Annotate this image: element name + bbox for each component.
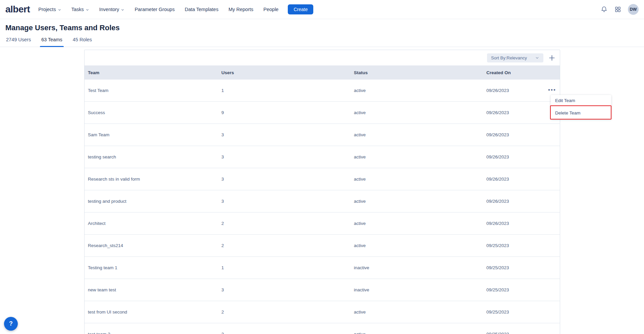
column-header-status[interactable]: Status bbox=[351, 70, 483, 75]
chevron-down-icon bbox=[58, 8, 61, 12]
table-header-row: Team Users Status Created On bbox=[85, 65, 560, 80]
cell-users: 1 bbox=[218, 88, 351, 93]
cell-users: 3 bbox=[218, 132, 351, 137]
table-row[interactable]: Architect 2 active 09/26/2023 bbox=[85, 212, 560, 235]
cell-users: 2 bbox=[218, 309, 351, 315]
row-actions-kebab-icon[interactable]: ••• bbox=[548, 87, 556, 93]
user-avatar[interactable]: DW bbox=[628, 4, 639, 15]
albert-logo[interactable]: albert bbox=[5, 5, 30, 14]
column-header-created-on[interactable]: Created On bbox=[483, 70, 560, 75]
cell-team[interactable]: Success bbox=[85, 110, 218, 115]
cell-team[interactable]: Testing team 1 bbox=[85, 265, 218, 270]
nav-item-parameter-groups[interactable]: Parameter Groups bbox=[135, 7, 174, 12]
table-row[interactable]: Sam Team 3 active 09/26/2023 bbox=[85, 124, 560, 146]
column-header-label: Users bbox=[221, 70, 234, 75]
sort-by-label: Sort By:Relevancy bbox=[491, 55, 527, 60]
nav-item-inventory[interactable]: Inventory bbox=[99, 7, 125, 12]
table-row[interactable]: Research_sts214 2 active 09/25/2023 bbox=[85, 235, 560, 257]
menu-item-delete-team[interactable]: Delete Team bbox=[551, 106, 611, 120]
create-button[interactable]: Create bbox=[288, 4, 313, 14]
nav-item-label: Inventory bbox=[99, 7, 119, 12]
cell-team[interactable]: Sam Team bbox=[85, 132, 218, 137]
table-row[interactable]: Testing team 1 1 inactive 09/25/2023 bbox=[85, 257, 560, 279]
cell-created-on: 09/26/2023 bbox=[483, 177, 560, 182]
column-header-label: Created On bbox=[486, 70, 511, 75]
table-row[interactable]: test team 2 3 active 09/25/2023 bbox=[85, 323, 560, 334]
tab-2749-users[interactable]: 2749 Users bbox=[5, 36, 32, 47]
table-row[interactable]: testing and product 3 active 09/26/2023 bbox=[85, 190, 560, 212]
cell-status: active bbox=[351, 199, 483, 204]
nav-item-label: People bbox=[263, 7, 278, 12]
tab-label: 45 Roles bbox=[73, 37, 92, 42]
cell-created-on: 09/25/2023 bbox=[483, 243, 560, 248]
cell-team[interactable]: test team 2 bbox=[85, 332, 218, 334]
cell-team[interactable]: new team test bbox=[85, 287, 218, 292]
column-header-team[interactable]: Team bbox=[85, 70, 218, 75]
cell-status: active bbox=[351, 177, 483, 182]
chevron-down-icon bbox=[535, 56, 539, 60]
tab-63-teams[interactable]: 63 Teams bbox=[41, 36, 63, 47]
table-row[interactable]: test from UI second 2 active 09/25/2023 bbox=[85, 301, 560, 323]
tab-label: 2749 Users bbox=[6, 37, 31, 42]
cell-created-on: 09/26/2023 bbox=[483, 132, 560, 137]
table-toolbar: Sort By:Relevancy bbox=[85, 50, 560, 65]
cell-users: 1 bbox=[218, 265, 351, 270]
page-title: Manage Users, Teams and Roles bbox=[5, 23, 644, 32]
nav-item-label: Parameter Groups bbox=[135, 7, 174, 12]
table-row[interactable]: Success 9 active 09/26/2023 bbox=[85, 102, 560, 124]
tabs-bar: 2749 Users 63 Teams 45 Roles bbox=[0, 36, 644, 47]
plus-icon bbox=[548, 54, 556, 62]
table-row[interactable]: Research sts in valid form 3 active 09/2… bbox=[85, 168, 560, 190]
notifications-bell-icon[interactable] bbox=[600, 6, 608, 13]
table-row[interactable]: testing search 3 active 09/26/2023 bbox=[85, 146, 560, 168]
cell-created-on: 09/26/2023 bbox=[483, 110, 560, 115]
help-button[interactable]: ? bbox=[4, 317, 18, 331]
cell-users: 3 bbox=[218, 332, 351, 334]
sort-by-dropdown[interactable]: Sort By:Relevancy bbox=[487, 53, 543, 62]
nav-item-label: My Reports bbox=[228, 7, 253, 12]
cell-created-on: 09/25/2023 bbox=[483, 265, 560, 270]
cell-status: active bbox=[351, 88, 483, 93]
chevron-down-icon bbox=[121, 8, 124, 12]
cell-users: 3 bbox=[218, 287, 351, 292]
cell-status: active bbox=[351, 221, 483, 226]
cell-created-on: 09/26/2023 bbox=[483, 154, 560, 159]
cell-team[interactable]: Test Team bbox=[85, 88, 218, 93]
table-row[interactable]: Test Team 1 active 09/26/2023 bbox=[85, 80, 560, 102]
cell-users: 3 bbox=[218, 199, 351, 204]
cell-created-on: 09/26/2023 bbox=[483, 221, 560, 226]
table-row[interactable]: new team test 3 inactive 09/25/2023 bbox=[85, 279, 560, 301]
cell-team[interactable]: Research_sts214 bbox=[85, 243, 218, 248]
nav-item-my-reports[interactable]: My Reports bbox=[228, 7, 253, 12]
top-navigation-bar: albert Projects Tasks Inventory Paramete… bbox=[0, 0, 644, 19]
nav-item-tasks[interactable]: Tasks bbox=[71, 7, 89, 12]
cell-team[interactable]: test from UI second bbox=[85, 309, 218, 315]
cell-users: 2 bbox=[218, 221, 351, 226]
tab-45-roles[interactable]: 45 Roles bbox=[72, 36, 93, 47]
table-body: Test Team 1 active 09/26/2023 Success 9 … bbox=[85, 80, 560, 334]
column-header-label: Team bbox=[88, 70, 99, 75]
apps-grid-icon[interactable] bbox=[614, 6, 621, 13]
main-nav: Projects Tasks Inventory Parameter Group… bbox=[38, 7, 278, 12]
cell-users: 3 bbox=[218, 154, 351, 159]
cell-team[interactable]: testing search bbox=[85, 154, 218, 159]
tab-label: 63 Teams bbox=[41, 37, 62, 42]
column-header-users[interactable]: Users bbox=[218, 70, 351, 75]
cell-users: 3 bbox=[218, 177, 351, 182]
cell-team[interactable]: Research sts in valid form bbox=[85, 177, 218, 182]
cell-status: active bbox=[351, 243, 483, 248]
chevron-down-icon bbox=[86, 8, 89, 12]
nav-item-data-templates[interactable]: Data Templates bbox=[185, 7, 218, 12]
cell-users: 9 bbox=[218, 110, 351, 115]
cell-status: inactive bbox=[351, 287, 483, 292]
cell-created-on: 09/25/2023 bbox=[483, 309, 560, 315]
cell-created-on: 09/25/2023 bbox=[483, 287, 560, 292]
menu-item-edit-team[interactable]: Edit Team bbox=[551, 95, 611, 106]
nav-item-projects[interactable]: Projects bbox=[38, 7, 61, 12]
add-team-button[interactable] bbox=[548, 54, 556, 62]
teams-table-card: Sort By:Relevancy Team Users Status Crea… bbox=[84, 50, 560, 334]
cell-team[interactable]: Architect bbox=[85, 221, 218, 226]
cell-team[interactable]: testing and product bbox=[85, 199, 218, 204]
nav-item-people[interactable]: People bbox=[263, 7, 278, 12]
cell-status: active bbox=[351, 110, 483, 115]
